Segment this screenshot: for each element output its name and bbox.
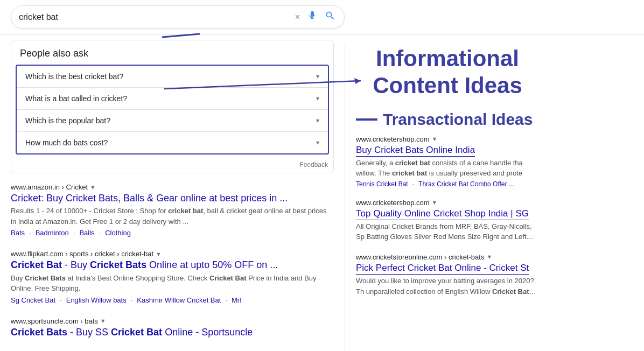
paa-question-3: Which is the popular bat?: [25, 116, 110, 125]
paa-highlight-box: Which is the best cricket bat? ▾ What is…: [16, 65, 329, 155]
transactional-title: Transactional Ideas: [383, 110, 533, 129]
search-input-wrapper: ×: [11, 5, 345, 29]
link-badminton[interactable]: Badminton: [36, 229, 69, 237]
search-input[interactable]: [19, 12, 290, 22]
link-bats[interactable]: Bats: [11, 229, 25, 237]
link-english-willow[interactable]: English Willow bats: [66, 296, 127, 304]
result-sportsuncle-domain: www.sportsuncle.com › bats ▼: [11, 317, 334, 325]
right-domain-3: www.cricketstoreonline.com › cricket-bat…: [356, 253, 539, 261]
result-flipkart-domain: www.flipkart.com › sports › cricket › cr…: [11, 250, 334, 258]
link-balls[interactable]: Balls: [79, 229, 94, 237]
paa-item-2[interactable]: What is a bat called in cricket? ▾: [17, 87, 328, 109]
right-snippet-3: Would you like to improve your batting a…: [356, 276, 539, 297]
result-sportsuncle: www.sportsuncle.com › bats ▼ Cricket Bat…: [11, 317, 334, 339]
paa-title: People also ask: [11, 40, 333, 65]
right-column: Informational Content Ideas Transactiona…: [345, 40, 550, 351]
right-domain-dropdown-1[interactable]: ▼: [432, 136, 438, 142]
result-amazon: www.amazon.in › Cricket ▼ Cricket: Buy C…: [11, 183, 334, 237]
right-sublinks-1: Tennis Cricket Bat · Thrax Cricket Bat C…: [356, 180, 539, 188]
result-amazon-domain: www.amazon.in › Cricket ▼: [11, 183, 334, 191]
paa-chevron-3: ▾: [316, 117, 319, 124]
paa-question-4: How much do bats cost?: [25, 138, 108, 147]
result-amazon-snippet: Results 1 - 24 of 10000+ - Cricket Store…: [11, 206, 334, 227]
result-amazon-title[interactable]: Cricket: Buy Cricket Bats, Balls & Gear …: [11, 193, 288, 203]
right-domain-dropdown-2[interactable]: ▼: [432, 199, 438, 206]
result-flipkart-snippet: Buy Cricket Bats at India's Best Online …: [11, 273, 334, 294]
right-domain-2: www.cricketershop.com ▼: [356, 199, 539, 207]
right-sublink-1b[interactable]: Thrax Cricket Bat Combo Offer ...: [418, 180, 514, 188]
paa-item-3[interactable]: Which is the popular bat? ▾: [17, 109, 328, 131]
right-result-1: www.cricketershop.com ▼ Buy Cricket Bats…: [356, 135, 539, 188]
transactional-header: Transactional Ideas: [356, 110, 539, 129]
paa-chevron-4: ▾: [316, 139, 319, 146]
info-title-line2: Content Ideas: [356, 72, 539, 99]
left-column: People also ask Which is the best cricke…: [0, 40, 345, 351]
search-button[interactable]: [324, 9, 337, 25]
right-result-3: www.cricketstoreonline.com › cricket-bat…: [356, 253, 539, 297]
link-sg-cricket[interactable]: Sg Cricket Bat: [11, 296, 55, 304]
domain-dropdown-sportsuncle[interactable]: ▼: [100, 318, 106, 324]
right-snippet-2: All Original Cricket Brands from MRF, BA…: [356, 221, 539, 242]
result-flipkart-links: Sg Cricket Bat · English Willow bats · K…: [11, 296, 334, 304]
right-snippet-1: Generally, a cricket bat consists of a c…: [356, 158, 539, 179]
right-title-3[interactable]: Pick Perfect Cricket Bat Online - Cricke…: [356, 262, 529, 275]
result-flipkart: www.flipkart.com › sports › cricket › cr…: [11, 250, 334, 304]
search-bar: ×: [0, 0, 644, 34]
link-kashmir-willow[interactable]: Kashmir Willow Cricket Bat: [137, 296, 221, 304]
info-header: Informational Content Ideas: [356, 40, 539, 100]
mic-button[interactable]: [306, 10, 318, 24]
paa-box: People also ask Which is the best cricke…: [11, 40, 334, 173]
info-title-line1: Informational: [356, 45, 539, 72]
link-mrf[interactable]: Mrf: [232, 296, 242, 304]
right-domain-dropdown-3[interactable]: ▼: [486, 254, 492, 260]
right-result-2: www.cricketershop.com ▼ Top Quality Onli…: [356, 199, 539, 242]
paa-question-1: Which is the best cricket bat?: [25, 72, 123, 81]
domain-dropdown-amazon[interactable]: ▼: [90, 184, 96, 191]
right-domain-1: www.cricketershop.com ▼: [356, 135, 539, 143]
transactional-section: Transactional Ideas: [356, 110, 539, 129]
right-title-2[interactable]: Top Quality Online Cricket Shop India | …: [356, 208, 529, 220]
domain-dropdown-flipkart[interactable]: ▼: [156, 251, 162, 257]
link-clothing[interactable]: Clothing: [105, 229, 131, 237]
clear-button[interactable]: ×: [294, 11, 301, 23]
paa-item-1[interactable]: Which is the best cricket bat? ▾: [17, 66, 328, 87]
search-icons: ×: [294, 9, 337, 25]
paa-chevron-2: ▾: [316, 95, 319, 102]
main-content: People also ask Which is the best cricke…: [0, 34, 644, 351]
right-sublink-1a[interactable]: Tennis Cricket Bat: [356, 180, 408, 188]
right-title-1[interactable]: Buy Cricket Bats Online India: [356, 144, 475, 157]
paa-question-2: What is a bat called in cricket?: [25, 94, 127, 103]
result-sportsuncle-title[interactable]: Cricket Bats - Buy SS Cricket Bat Online…: [11, 327, 253, 338]
feedback-link[interactable]: Feedback: [11, 159, 333, 173]
result-amazon-links: Bats · Badminton · Balls · Clothing: [11, 229, 334, 237]
result-flipkart-title[interactable]: Cricket Bat - Buy Cricket Bats Online at…: [11, 259, 278, 270]
paa-item-4[interactable]: How much do bats cost? ▾: [17, 131, 328, 153]
paa-chevron-1: ▾: [316, 73, 319, 80]
dash-icon: [356, 118, 377, 121]
